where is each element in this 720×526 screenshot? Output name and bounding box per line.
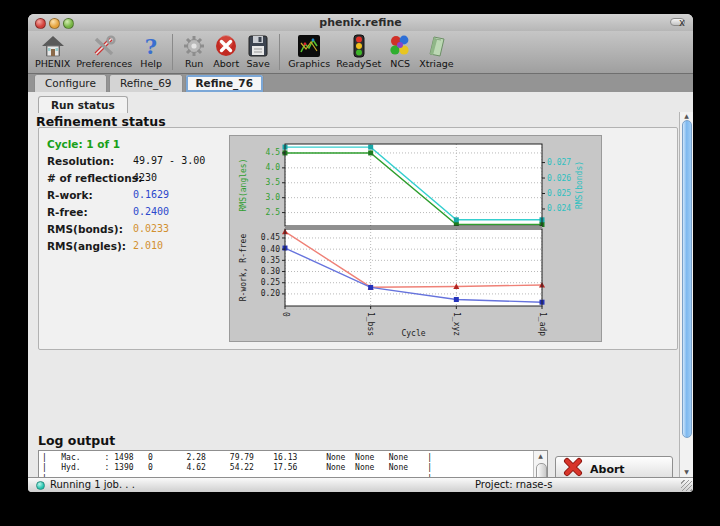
toolbar-button-label: Xtriage — [419, 59, 453, 69]
toolbar-button-preferences[interactable]: Preferences — [76, 33, 132, 69]
xtriage-crystal-icon — [423, 33, 449, 59]
svg-text:0: 0 — [281, 312, 290, 317]
toolbar-button-help[interactable]: ?Help — [138, 33, 164, 69]
refinement-chart: 4.54.03.53.02.5RMS(angles)0.0270.0260.02… — [229, 135, 602, 342]
svg-text:0.026: 0.026 — [547, 174, 571, 183]
info-label: # of reflections: — [47, 172, 142, 184]
svg-text:1_adp: 1_adp — [538, 312, 547, 336]
help-icon: ? — [138, 33, 164, 59]
abort-icon — [213, 33, 239, 59]
main-scroll-down-icon[interactable]: ▼ — [680, 468, 693, 476]
svg-text:RMS(bonds): RMS(bonds) — [575, 161, 584, 209]
refinement-status-panel: Cycle: 1 of 1 Resolution:49.97 - 3.00# o… — [38, 127, 678, 350]
svg-text:3.5: 3.5 — [266, 178, 281, 187]
resize-grip[interactable] — [681, 480, 692, 491]
log-output-heading: Log output — [38, 433, 115, 448]
window-title: phenix.refine — [28, 16, 693, 29]
tab-refine_76[interactable]: Refine_76 — [185, 74, 264, 92]
toolbar-button-ncs[interactable]: NCS — [387, 33, 413, 69]
svg-text:0.024: 0.024 — [547, 204, 571, 213]
button-label: Abort — [590, 463, 625, 476]
toolbar-button-label: PHENIX — [35, 59, 70, 69]
svg-text:2.5: 2.5 — [266, 208, 281, 217]
tab-configure[interactable]: Configure — [34, 74, 107, 92]
toolbar-button-graphics[interactable]: Graphics — [288, 33, 330, 69]
main-scroll-up-icon[interactable]: ▲ — [680, 112, 693, 120]
graphics-icon — [296, 33, 322, 59]
readyset-traffic-icon — [346, 33, 372, 59]
cycle-status: Cycle: 1 of 1 — [47, 138, 120, 150]
svg-text:0.025: 0.025 — [547, 189, 571, 198]
job-status-text: Running 1 job. . . — [50, 479, 135, 490]
job-running-indicator-icon — [36, 481, 45, 490]
app-window: phenix.refine PHENIXPreferences?HelpRunA… — [28, 14, 693, 492]
info-label: R-work: — [47, 189, 93, 201]
toolbar: PHENIXPreferences?HelpRunAbortSaveGraphi… — [28, 31, 693, 74]
svg-text:4.5: 4.5 — [266, 148, 281, 157]
info-value: 4230 — [133, 172, 157, 183]
refinement-chart-svg: 4.54.03.53.02.5RMS(angles)0.0270.0260.02… — [230, 136, 599, 339]
info-value: 0.2400 — [133, 206, 169, 217]
run-gear-icon — [181, 33, 207, 59]
toolbar-separator — [279, 34, 280, 70]
status-bar: Running 1 job. . . Project: rnase-s — [28, 477, 693, 492]
toolbar-button-label: Run — [185, 59, 203, 69]
svg-text:Cycle: Cycle — [401, 329, 425, 338]
svg-text:0.20: 0.20 — [261, 289, 280, 298]
toolbar-button-readyset[interactable]: ReadySet — [336, 33, 381, 69]
tab-close-icon[interactable]: x — [679, 17, 685, 28]
svg-text:1_xyz: 1_xyz — [452, 312, 461, 336]
svg-text:0.027: 0.027 — [547, 158, 571, 167]
phenix-home-icon — [40, 33, 66, 59]
tab-refine_69[interactable]: Refine_69 — [109, 74, 183, 92]
svg-text:3.0: 3.0 — [266, 193, 281, 202]
toolbar-button-phenix[interactable]: PHENIX — [35, 33, 70, 69]
info-value: 49.97 - 3.00 — [133, 155, 205, 166]
toolbar-button-label: Abort — [213, 59, 239, 69]
toolbar-button-label: ReadySet — [336, 59, 381, 69]
toolbar-button-label: Graphics — [288, 59, 330, 69]
toolbar-button-label: NCS — [390, 59, 410, 69]
info-value: 0.1629 — [133, 189, 169, 200]
svg-text:1_bss: 1_bss — [366, 312, 375, 336]
log-scroll-up-icon[interactable]: ▲ — [534, 452, 547, 460]
info-value: 0.0233 — [133, 223, 169, 234]
svg-text:R-work, R-free: R-work, R-free — [239, 234, 248, 302]
toolbar-button-label: Save — [247, 59, 270, 69]
project-label: Project: rnase-s — [475, 479, 552, 490]
info-value: 2.010 — [133, 240, 163, 251]
svg-text:0.35: 0.35 — [261, 256, 280, 265]
info-label: Resolution: — [47, 155, 114, 167]
svg-text:?: ? — [145, 34, 157, 58]
toolbar-button-xtriage[interactable]: Xtriage — [419, 33, 453, 69]
info-label: RMS(angles): — [47, 240, 126, 252]
run-status-page: Run status Refinement status Cycle: 1 of… — [28, 92, 693, 478]
save-icon — [245, 33, 271, 59]
svg-text:0.25: 0.25 — [261, 278, 280, 287]
info-label: R-free: — [47, 206, 88, 218]
toolbar-button-label: Help — [140, 59, 162, 69]
main-scrollbar[interactable]: ▲ ▼ — [679, 112, 693, 478]
preferences-tools-icon — [91, 33, 117, 59]
title-bar[interactable]: phenix.refine — [28, 14, 693, 31]
toolbar-button-label: Preferences — [76, 59, 132, 69]
toolbar-separator — [172, 34, 173, 70]
svg-text:0.45: 0.45 — [261, 233, 280, 242]
ncs-spheres-icon — [387, 33, 413, 59]
toolbar-button-abort[interactable]: Abort — [213, 33, 239, 69]
svg-text:0.40: 0.40 — [261, 245, 280, 254]
tab-bar: ConfigureRefine_69Refine_76 — [28, 74, 693, 92]
subtab-run-status[interactable]: Run status — [38, 96, 128, 113]
svg-text:4.0: 4.0 — [266, 163, 281, 172]
svg-text:RMS(angles): RMS(angles) — [239, 159, 248, 212]
main-scroll-thumb[interactable] — [682, 120, 692, 438]
toolbar-button-run[interactable]: Run — [181, 33, 207, 69]
toolbar-button-save[interactable]: Save — [245, 33, 271, 69]
svg-text:0.30: 0.30 — [261, 267, 280, 276]
info-label: RMS(bonds): — [47, 223, 123, 235]
